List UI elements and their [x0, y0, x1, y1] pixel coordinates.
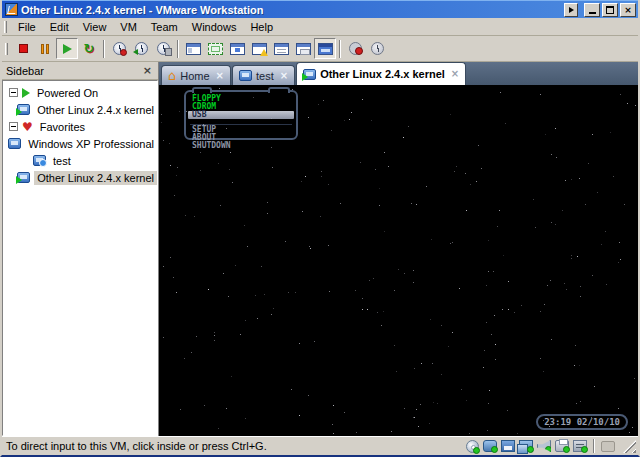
toolbar: ↻: [2, 36, 638, 62]
menu-bar: File Edit View VM Team Windows Help: [2, 18, 638, 36]
floppy-device-icon[interactable]: [501, 440, 515, 452]
minimize-button[interactable]: [584, 3, 600, 17]
star-pixel: [413, 417, 414, 418]
tab-close-icon[interactable]: ×: [214, 71, 224, 81]
titlebar-arrow-button[interactable]: [564, 3, 578, 17]
sidebar: Sidebar × Powered On Other Linux 2.4.x k…: [2, 62, 159, 436]
suspend-button[interactable]: [34, 38, 56, 59]
reset-button[interactable]: ↻: [78, 38, 100, 59]
star-pixel: [245, 418, 246, 419]
maximize-button[interactable]: [602, 3, 618, 17]
tree-item-vm[interactable]: Other Linux 2.4.x kernel: [3, 101, 157, 118]
cdrom-device-icon[interactable]: [466, 440, 479, 453]
star-pixel: [161, 114, 162, 115]
replay-button[interactable]: [366, 38, 388, 59]
boot-option-shutdown[interactable]: SHUTDOWN: [186, 142, 296, 150]
menu-vm[interactable]: VM: [113, 19, 144, 35]
star-pixel: [318, 104, 319, 105]
tree-group-powered-on[interactable]: Powered On: [3, 84, 157, 101]
snapshot-button[interactable]: [108, 38, 130, 59]
menu-team[interactable]: Team: [144, 19, 185, 35]
snapshot-icon: [113, 42, 126, 55]
star-pixel: [220, 205, 221, 206]
fit-window-button[interactable]: [226, 38, 248, 59]
tree-item-vm-selected[interactable]: Other Linux 2.4.x kernel: [3, 169, 157, 186]
tree-item-vm[interactable]: Windows XP Professional: [3, 135, 157, 152]
tab-close-icon[interactable]: ×: [278, 71, 288, 81]
star-pixel: [396, 371, 397, 372]
menu-help[interactable]: Help: [243, 19, 280, 35]
close-button[interactable]: ×: [620, 3, 636, 17]
snapshot-manager-button[interactable]: [152, 38, 174, 59]
star-pixel: [414, 417, 415, 418]
star-pixel: [551, 339, 552, 340]
star-pixel: [176, 292, 177, 293]
vm-console-screen[interactable]: FLOPPY CDROM USB SETUP ABOUT SHUTDOWN 23…: [159, 85, 638, 436]
star-pixel: [592, 134, 593, 135]
star-pixel: [588, 163, 589, 164]
window-title: Other Linux 2.4.x kernel - VMware Workst…: [21, 4, 562, 16]
star-pixel: [273, 308, 274, 309]
star-pixel: [186, 111, 187, 112]
tab-test[interactable]: test ×: [232, 65, 295, 85]
power-on-button[interactable]: [56, 38, 78, 59]
star-pixel: [533, 199, 534, 200]
star-pixel: [321, 171, 322, 172]
star-pixel: [508, 281, 509, 282]
tab-close-icon[interactable]: ×: [449, 69, 459, 79]
sound-device-icon[interactable]: [537, 440, 551, 452]
star-pixel: [240, 334, 241, 335]
printer-device-icon[interactable]: [555, 440, 569, 452]
star-pixel: [309, 246, 310, 247]
message-log-icon[interactable]: [601, 441, 615, 452]
star-pixel: [373, 278, 374, 279]
star-pixel: [344, 120, 345, 121]
collapse-icon[interactable]: [9, 88, 18, 97]
tab-other-linux[interactable]: Other Linux 2.4.x kernel ×: [296, 62, 466, 85]
show-sidebar-button[interactable]: [182, 38, 204, 59]
menu-view[interactable]: View: [76, 19, 114, 35]
boot-option-usb-selected[interactable]: USB: [188, 111, 294, 119]
boot-menu-notch: [192, 87, 212, 93]
menubar-grip[interactable]: [4, 21, 7, 33]
network-device-icon[interactable]: [519, 440, 533, 452]
menu-edit[interactable]: Edit: [43, 19, 76, 35]
star-pixel: [161, 122, 162, 123]
vm-powered-on-icon: [303, 69, 316, 80]
revert-snapshot-button[interactable]: [130, 38, 152, 59]
fit-guest-button[interactable]: [204, 38, 226, 59]
quick-switch-button[interactable]: [314, 38, 336, 59]
serial-device-icon[interactable]: [573, 440, 587, 452]
menu-windows[interactable]: Windows: [185, 19, 244, 35]
star-pixel: [235, 265, 236, 266]
star-pixel: [230, 152, 231, 153]
star-pixel: [208, 289, 209, 290]
tree-item-vm[interactable]: test: [3, 152, 157, 169]
quick-switch-icon: [318, 43, 333, 55]
star-pixel: [247, 246, 248, 247]
sidebar-close-button[interactable]: ×: [141, 65, 154, 76]
main-area: Sidebar × Powered On Other Linux 2.4.x k…: [2, 62, 638, 436]
tab-home[interactable]: ⌂ Home ×: [161, 65, 231, 85]
star-pixel: [517, 433, 518, 434]
star-pixel: [411, 203, 412, 204]
collapse-icon[interactable]: [9, 122, 18, 131]
star-pixel: [549, 426, 550, 427]
toolbar-grip[interactable]: [5, 43, 8, 55]
full-screen-button[interactable]: [248, 38, 270, 59]
star-pixel: [606, 284, 607, 285]
star-pixel: [575, 345, 576, 346]
tree-group-favorites[interactable]: ♥ Favorites: [3, 118, 157, 135]
console-view-button[interactable]: [292, 38, 314, 59]
device-status-icons: [466, 439, 636, 453]
star-pixel: [413, 270, 414, 271]
star-pixel: [404, 408, 405, 409]
record-button[interactable]: [344, 38, 366, 59]
power-off-button[interactable]: [12, 38, 34, 59]
harddisk-device-icon[interactable]: [483, 440, 497, 452]
menu-file[interactable]: File: [11, 19, 43, 35]
summary-view-button[interactable]: [270, 38, 292, 59]
resize-grip[interactable]: [623, 440, 636, 453]
star-pixel: [204, 405, 205, 406]
star-pixel: [333, 433, 334, 434]
